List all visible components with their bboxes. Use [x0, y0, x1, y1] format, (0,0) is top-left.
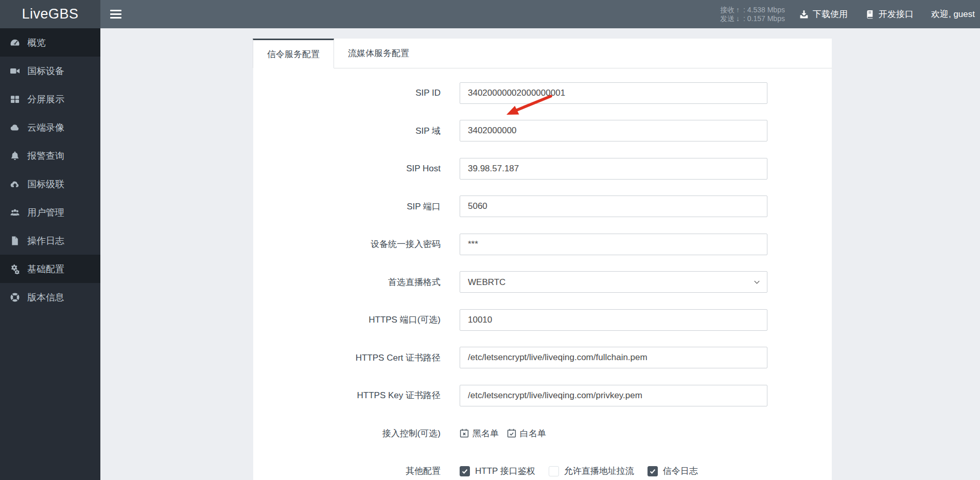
field-control	[460, 309, 767, 331]
http-auth-checkbox[interactable]	[460, 466, 470, 476]
topbar: 接收↑ : 4.538 Mbps发送↓ : 0.157 Mbps 下载使用开发接…	[100, 0, 980, 28]
sidebar-item-version-info[interactable]: 版本信息	[0, 283, 100, 311]
field-label: 首选直播格式	[253, 276, 441, 288]
form-row: SIP ID	[253, 74, 832, 112]
menu-toggle-button[interactable]	[110, 9, 122, 20]
field-control: WEBRTC	[460, 271, 767, 293]
https-cert-path-input[interactable]	[460, 347, 767, 368]
form-row: HTTPS 端口(可选)	[253, 301, 832, 339]
download-link[interactable]: 下载使用	[799, 8, 848, 20]
http-auth-label: HTTP 接口鉴权	[475, 465, 535, 477]
form-row: 首选直播格式WEBRTC	[253, 263, 832, 301]
blacklist-link[interactable]: 黑名单	[460, 428, 499, 439]
https-key-path-input[interactable]	[460, 385, 767, 406]
signal-log-label: 信令日志	[663, 465, 698, 477]
topbar-right: 接收↑ : 4.538 Mbps发送↓ : 0.157 Mbps 下载使用开发接…	[720, 6, 975, 23]
sidebar-item-label: 报警查询	[27, 150, 64, 162]
form-row: HTTPS Cert 证书路径	[253, 339, 832, 377]
sidebar-item-label: 国标设备	[27, 65, 64, 77]
dashboard-icon	[9, 38, 21, 48]
cloud-icon	[9, 122, 21, 133]
download-label: 下载使用	[813, 8, 848, 20]
users-icon	[9, 207, 21, 218]
field-label: HTTPS 端口(可选)	[253, 314, 441, 326]
calendar-check-icon	[507, 429, 516, 438]
field-control	[460, 82, 767, 104]
allow-live-pull-checkbox[interactable]	[549, 466, 559, 476]
stat-line: 发送↓ : 0.157 Mbps	[720, 14, 785, 23]
sidebar-item-alarm-query[interactable]: 报警查询	[0, 141, 100, 170]
stat-value: 4.538 Mbps	[747, 6, 785, 14]
field-control	[460, 120, 767, 141]
tab-signal-config[interactable]: 信令服务配置	[253, 39, 334, 68]
http-auth-checkbox-group: HTTP 接口鉴权	[460, 465, 535, 477]
sidebar-item-split-screen[interactable]: 分屏展示	[0, 85, 100, 113]
preferred-live-format-select[interactable]: WEBRTC	[460, 271, 767, 293]
signal-log-checkbox[interactable]	[647, 466, 658, 476]
stat-line: 接收↑ : 4.538 Mbps	[720, 6, 785, 14]
other-config-row: 其他配置HTTP 接口鉴权允许直播地址拉流信令日志	[253, 452, 832, 480]
stat-label: 发送	[720, 14, 734, 23]
file-icon	[9, 236, 21, 246]
sidebar-item-basic-config[interactable]: 基础配置	[0, 255, 100, 283]
form-row: SIP Host	[253, 150, 832, 188]
api-docs-label: 开发接口	[879, 8, 914, 20]
gears-icon	[9, 264, 21, 274]
sidebar-item-label: 基础配置	[27, 263, 64, 275]
access-control-row: 接入控制(可选)黑名单白名单	[253, 415, 832, 453]
allow-live-pull-checkbox-group: 允许直播地址拉流	[549, 465, 634, 477]
video-camera-icon	[9, 66, 21, 76]
sidebar-item-user-management[interactable]: 用户管理	[0, 198, 100, 226]
stat-colon: :	[741, 6, 747, 14]
welcome-user[interactable]: 欢迎, guest	[931, 8, 975, 20]
form-row: 设备统一接入密码	[253, 225, 832, 263]
field-label: SIP 域	[253, 125, 441, 137]
whitelist-link[interactable]: 白名单	[507, 428, 546, 439]
sidebar: LiveGBS 概览国标设备分屏展示云端录像报警查询国标级联用户管理操作日志基础…	[0, 0, 100, 480]
sip-id-input[interactable]	[460, 82, 767, 104]
sidebar-item-gb-devices[interactable]: 国标设备	[0, 57, 100, 85]
network-stats: 接收↑ : 4.538 Mbps发送↓ : 0.157 Mbps	[720, 6, 785, 23]
field-label: HTTPS Cert 证书路径	[253, 352, 441, 364]
form-row: SIP 域	[253, 112, 832, 150]
https-port-input[interactable]	[460, 309, 767, 331]
blacklist-label: 黑名单	[472, 428, 499, 439]
field-label: 设备统一接入密码	[253, 238, 441, 250]
stat-label: 接收	[720, 6, 734, 14]
sip-port-input[interactable]	[460, 195, 767, 217]
sidebar-item-label: 云端录像	[27, 121, 64, 134]
field-label: 接入控制(可选)	[253, 428, 441, 439]
config-card: 信令服务配置流媒体服务配置 SIP IDSIP 域SIP HostSIP 端口设…	[253, 39, 832, 480]
allow-live-pull-label: 允许直播地址拉流	[564, 465, 634, 477]
sidebar-item-label: 国标级联	[27, 178, 64, 190]
arrow-down-icon: ↓	[736, 14, 740, 23]
api-docs-link[interactable]: 开发接口	[865, 8, 914, 20]
sidebar-item-label: 分屏展示	[27, 93, 64, 105]
arrow-up-icon: ↑	[736, 6, 740, 14]
sidebar-item-cloud-record[interactable]: 云端录像	[0, 113, 100, 141]
sip-host-input[interactable]	[460, 158, 767, 180]
stat-value: 0.157 Mbps	[747, 14, 785, 23]
book-icon	[865, 10, 874, 19]
sidebar-item-operation-log[interactable]: 操作日志	[0, 226, 100, 255]
field-control	[460, 195, 767, 217]
field-control	[460, 347, 767, 368]
life-ring-icon	[9, 292, 21, 303]
form-row: SIP 端口	[253, 188, 832, 226]
tab-media-config[interactable]: 流媒体服务配置	[334, 39, 423, 68]
field-control: HTTP 接口鉴权允许直播地址拉流信令日志	[460, 465, 767, 477]
form-row: HTTPS Key 证书路径	[253, 377, 832, 415]
sip-domain-input[interactable]	[460, 120, 767, 141]
sidebar-item-label: 概览	[27, 37, 46, 49]
config-form: SIP IDSIP 域SIP HostSIP 端口设备统一接入密码首选直播格式W…	[253, 68, 832, 480]
sidebar-item-gb-cascade[interactable]: 国标级联	[0, 170, 100, 198]
sidebar-item-overview[interactable]: 概览	[0, 28, 100, 57]
sidebar-item-label: 版本信息	[27, 291, 64, 304]
stat-colon: :	[741, 14, 747, 23]
field-control	[460, 385, 767, 406]
signal-log-checkbox-group: 信令日志	[647, 465, 698, 477]
cloud-upload-icon	[9, 179, 21, 189]
sidebar-item-label: 用户管理	[27, 206, 64, 219]
app-logo[interactable]: LiveGBS	[0, 0, 100, 28]
device-access-password-input[interactable]	[460, 234, 767, 255]
